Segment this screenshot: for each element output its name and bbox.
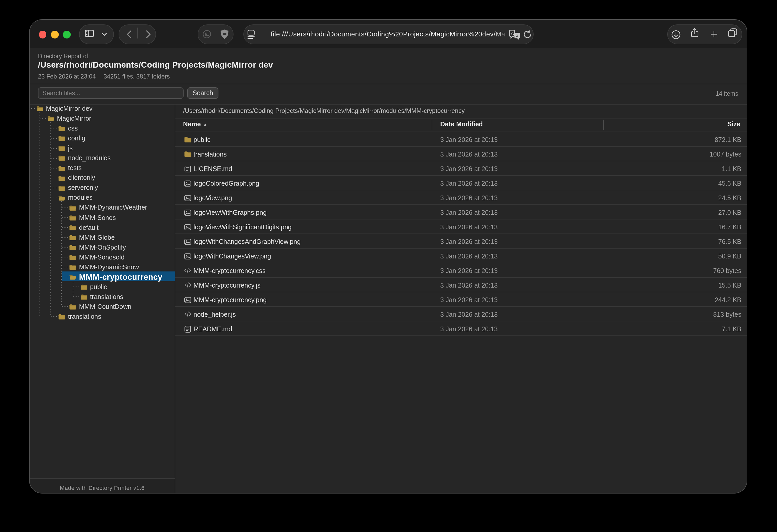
svg-text:x: x: [516, 33, 518, 38]
svg-text:A: A: [511, 31, 514, 36]
